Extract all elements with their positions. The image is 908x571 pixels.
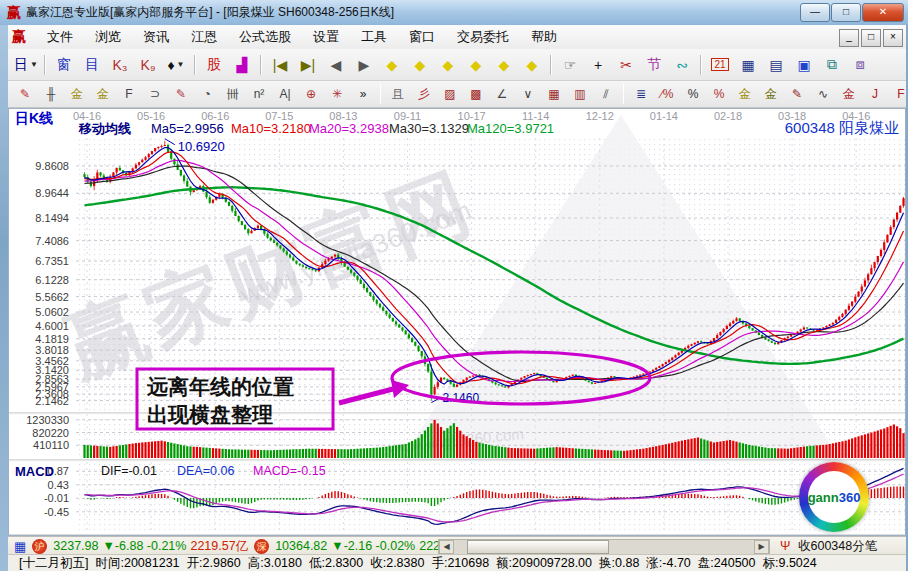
next-page-button[interactable]: ▶ [351,52,377,78]
marker-pen-tool[interactable]: ✎ [169,83,193,105]
bar-stats-tool[interactable]: ≣ [629,83,653,105]
menu-browse[interactable]: 浏览 [84,25,132,49]
macd-panel-label: MACD [15,464,54,479]
menu-trade[interactable]: 交易委托 [446,25,520,49]
bar-stats-tool-glyph: ≣ [636,87,646,101]
menu-gann[interactable]: 江恩 [180,25,228,49]
menu-settings[interactable]: 设置 [302,25,350,49]
knot-tool[interactable]: ∾ [669,52,695,78]
scrollbar-thumb[interactable] [467,540,609,554]
pattern-icon[interactable]: 股 [201,52,227,78]
expand-h-diamond[interactable]: ◆ [435,52,461,78]
gann-gold-grid-b[interactable]: 金 [91,83,115,105]
horizontal-scrollbar[interactable]: ◀ ▶ [438,539,770,555]
chart-canvas[interactable]: 赢家财富网www.yingjia360.comwww.yingjia360.co… [8,108,906,536]
candle-style-button-dropdown-icon[interactable]: ▼ [177,60,185,69]
expand-v-diamond[interactable]: ◆ [519,52,545,78]
wave-tool[interactable]: ∨ [516,83,540,105]
ma-header-label: 移动均线 [78,121,131,136]
parallel-lines-tool[interactable]: ⫽ [594,83,618,105]
candle-pen-tool[interactable]: ✎ [785,83,809,105]
zoom-left-diamond[interactable]: ◆ [379,52,405,78]
gann-gold-grid-a[interactable]: 金 [65,83,89,105]
goto-first-button[interactable]: |◀ [267,52,293,78]
calculator-button[interactable]: ▦ [735,52,761,78]
title-bar[interactable]: 赢 赢家江恩专业版[赢家内部服务平台] - [阳泉煤业 SH600348-256… [0,0,908,26]
save-button[interactable]: ▣ [791,52,817,78]
compress-v-diamond[interactable]: ◆ [491,52,517,78]
menu-file[interactable]: 文件 [36,25,84,49]
mdi-close-button[interactable]: × [883,29,903,47]
percent-lines-tool[interactable]: % [707,83,731,105]
angle-line-tool[interactable]: ∠ [490,83,514,105]
prev-page-button[interactable]: ◀ [323,52,349,78]
menu-help[interactable]: 帮助 [520,25,568,49]
grid-tool[interactable]: ╫ [39,83,63,105]
menu-news[interactable]: 资讯 [132,25,180,49]
menu-formula-stock-pick[interactable]: 公式选股 [228,25,302,49]
toolbar-separator [380,84,381,104]
stream-label[interactable]: 收600348分笔 [798,538,877,555]
scroll-left-arrow[interactable]: ◀ [439,540,454,554]
color-analysis-icon[interactable]: ▟ [229,52,255,78]
window-title: 赢家江恩专业版[赢家内部服务平台] - [阳泉煤业 SH600348-256日K… [26,4,394,21]
zoom-right-diamond[interactable]: ◆ [407,52,433,78]
percent-slash-tool[interactable]: ∕% [655,83,679,105]
gold-circle-tool[interactable]: 金 [733,83,757,105]
compress-h-diamond[interactable]: ◆ [463,52,489,78]
window-maximize-button[interactable]: □ [831,3,861,22]
j-angle-tool[interactable]: J [863,83,887,105]
scroll-right-arrow[interactable]: ▶ [754,540,769,554]
percent-tool[interactable]: % [681,83,705,105]
time-cycle-tool[interactable]: ◔ [195,83,219,105]
ruler-grid-tool[interactable]: 卌 [221,83,245,105]
cut-tool[interactable]: ✂ [613,52,639,78]
grid-box-tool[interactable]: ▥ [568,83,592,105]
gold-lines-tool[interactable]: 金 [759,83,783,105]
fan-lines-tool[interactable]: 彡 [412,83,436,105]
pen-tool[interactable]: ✎ [13,83,37,105]
more-tools-chevron[interactable]: » [351,83,375,105]
period-day-button-dropdown-icon[interactable]: ▼ [30,60,38,69]
network-button[interactable]: ⧉ [819,52,845,78]
goto-last-button[interactable]: ▶| [295,52,321,78]
spiral-tool[interactable]: ⊃ [143,83,167,105]
starburst-tool[interactable]: ✳ [325,83,349,105]
kline-9-icon[interactable]: K₉ [135,52,161,78]
hatched-box-tool[interactable]: ▩ [464,83,488,105]
target-circle-tool[interactable]: ⊕ [299,83,323,105]
hands-field: 手:210698 [431,555,489,571]
mdi-minimize-button[interactable]: _ [839,29,859,47]
chart-window-icon[interactable]: 窗 [51,52,77,78]
sh-index-change: ▼-6.88 -0.21% [102,539,186,553]
quote-list-icon[interactable]: 目 [79,52,105,78]
window-close-button[interactable]: ✕ [862,3,904,22]
text-label-tool[interactable]: A| [273,83,297,105]
trend-window-tool[interactable]: 且 [386,83,410,105]
ticket-tool[interactable]: 节 [641,52,667,78]
window-minimize-button[interactable]: — [800,3,830,22]
hand-tool[interactable]: ☞ [557,52,583,78]
n-square-tool[interactable]: n² [247,83,271,105]
period-day-button[interactable]: 日▼ [13,52,39,78]
remote-button[interactable]: ⧈ [847,52,873,78]
gold-lines-red-tool[interactable]: 金 [837,83,861,105]
wave-av-tool-glyph: ∿ [818,87,828,101]
next-page-button-glyph: ▶ [359,57,370,73]
calendar-button[interactable]: 21 [707,52,733,78]
notes-button[interactable]: ▤ [763,52,789,78]
menu-window[interactable]: 窗口 [398,25,446,49]
gann-gold-grid-b-glyph: 金 [97,86,109,103]
kline-3-icon[interactable]: K₃ [107,52,133,78]
candle-style-button[interactable]: ♦▼ [163,52,189,78]
mdi-restore-button[interactable]: □ [861,29,881,47]
crosshair-tool[interactable]: + [585,52,611,78]
calendar-icon[interactable]: ▦ [14,539,26,554]
menu-tools[interactable]: 工具 [350,25,398,49]
dense-grid-tool[interactable]: ▦ [542,83,566,105]
shaded-box-tool[interactable]: ▨ [438,83,462,105]
fibonacci-grid-tool[interactable]: F [117,83,141,105]
calculator-button-glyph: ▦ [741,57,754,73]
sz-index-change: ▼-2.16 -0.02% [331,539,415,553]
wave-av-tool[interactable]: ∿ [811,83,835,105]
